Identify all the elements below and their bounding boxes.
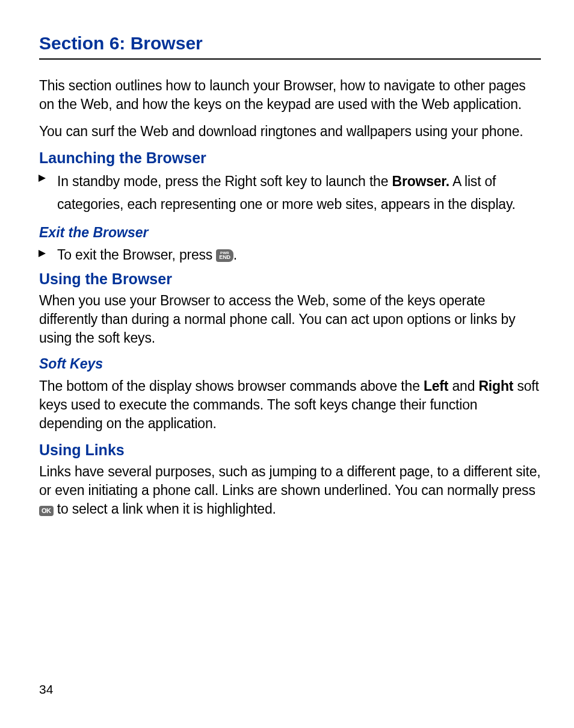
ok-key-icon: OK (39, 506, 54, 516)
section-title: Section 6: Browser (39, 33, 541, 54)
heading-using-browser: Using the Browser (39, 270, 541, 288)
heading-exit-browser: Exit the Browser (39, 225, 541, 241)
soft-keys-paragraph: The bottom of the display shows browser … (39, 377, 541, 433)
text: . (233, 247, 237, 263)
exit-bullet: To exit the Browser, press PWREND. (39, 246, 541, 264)
text: and (448, 378, 478, 394)
triangle-bullet-icon (38, 174, 46, 182)
using-links-paragraph: Links have several purposes, such as jum… (39, 462, 541, 518)
section-rule (39, 58, 541, 60)
svg-marker-0 (39, 175, 46, 182)
triangle-bullet-icon (38, 249, 46, 258)
text: To exit the Browser, press (57, 247, 216, 263)
heading-using-links: Using Links (39, 441, 541, 459)
intro-paragraph-1: This section outlines how to launch your… (39, 76, 541, 114)
heading-launching-browser: Launching the Browser (39, 149, 541, 167)
browser-bold: Browser. (392, 173, 449, 189)
intro-paragraph-2: You can surf the Web and download ringto… (39, 122, 541, 141)
using-browser-paragraph: When you use your Browser to access the … (39, 291, 541, 347)
end-key-icon: PWREND (216, 249, 233, 262)
text: The bottom of the display shows browser … (39, 378, 424, 394)
page-number: 34 (39, 682, 53, 697)
launch-bullet: In standby mode, press the Right soft ke… (39, 170, 541, 216)
left-bold: Left (424, 378, 448, 394)
heading-soft-keys: Soft Keys (39, 356, 541, 372)
text: In standby mode, press the Right soft ke… (57, 173, 392, 189)
launch-bullet-text: In standby mode, press the Right soft ke… (57, 170, 541, 216)
svg-marker-1 (39, 250, 46, 257)
right-bold: Right (478, 378, 513, 394)
exit-bullet-text: To exit the Browser, press PWREND. (57, 246, 237, 264)
manual-page: Section 6: Browser This section outlines… (0, 0, 574, 728)
text: Links have several purposes, such as jum… (39, 464, 540, 498)
text: to select a link when it is highlighted. (54, 501, 276, 517)
